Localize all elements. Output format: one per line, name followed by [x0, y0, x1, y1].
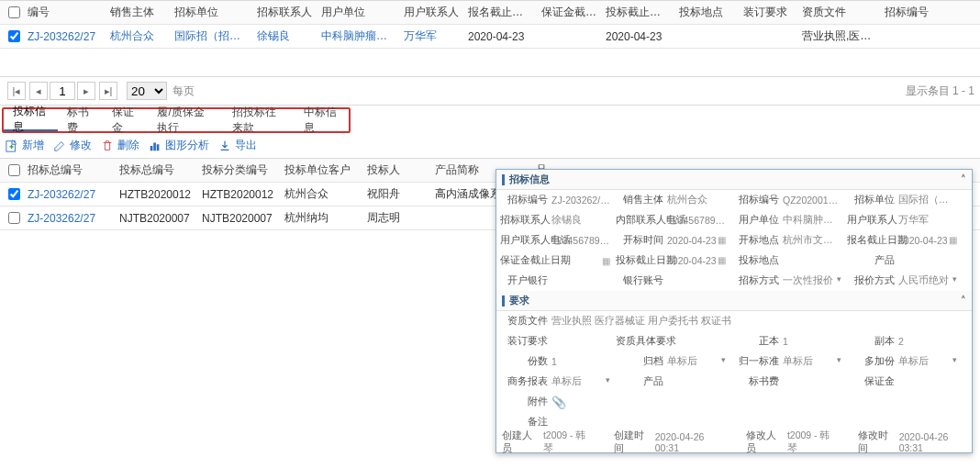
svg-rect-2: [153, 142, 156, 150]
plus-icon: [6, 139, 18, 152]
col-h: 投标人: [363, 162, 431, 178]
lbl: 标书费: [731, 375, 783, 388]
section-bar-icon: [502, 174, 505, 185]
col-h: 报名截止…: [464, 5, 538, 20]
row-checkbox[interactable]: [8, 188, 20, 200]
val-select[interactable]: 单标后▾: [898, 355, 963, 368]
col-h: 保证金截…: [538, 5, 602, 20]
calendar-icon: ▦: [602, 256, 610, 266]
cell: 万华军: [400, 28, 464, 44]
val-date[interactable]: 2020-04-23▦: [898, 235, 963, 246]
master-grid: 编号 销售主体 招标单位 招标联系人 用户单位 用户联系人 报名截止… 保证金截…: [0, 0, 980, 49]
master-row[interactable]: ZJ-203262/27 杭州合众 国际招（招）标 徐锡良 中科脑肿瘤与… 万华…: [0, 25, 980, 49]
val: 徐锡良: [551, 214, 616, 227]
delete-button[interactable]: 删除: [101, 138, 139, 153]
lbl: 多加份: [847, 355, 898, 368]
val[interactable]: 国际招（招）标: [898, 194, 963, 206]
cell-id[interactable]: ZJ-203262/27: [24, 212, 116, 225]
lbl: 归一标准: [731, 355, 783, 368]
pager-last[interactable]: ▸|: [99, 82, 117, 100]
select-all-checkbox[interactable]: [8, 6, 20, 18]
lbl-remark: 备注: [500, 416, 551, 429]
lbl: 份数: [500, 355, 551, 368]
lbl: 归档: [616, 355, 667, 368]
val[interactable]: 1: [551, 356, 616, 367]
tab-payments[interactable]: 招投标往来款: [223, 109, 295, 131]
tab-bid-info[interactable]: 投标信息: [4, 109, 58, 131]
row-checkbox[interactable]: [8, 30, 20, 42]
lbl: 内部联系人电话: [616, 214, 667, 227]
val-date[interactable]: 2020-04-23▦: [667, 255, 731, 266]
lbl: 招标单位: [847, 194, 898, 206]
add-button[interactable]: 新增: [6, 138, 44, 153]
tab-doc-fee[interactable]: 标书费: [58, 109, 103, 131]
val: 杭州市文三路90号东部软: [783, 234, 847, 247]
lbl: 副本: [847, 335, 898, 348]
cell: 2020-04-23: [602, 30, 675, 43]
col-h: 投标地点: [675, 5, 740, 20]
val-select[interactable]: 单标后▾: [783, 355, 847, 368]
section-requirements: 要求 ˄: [496, 291, 972, 311]
lbl: 报名截止日期: [847, 234, 898, 247]
lbl: 开户银行: [500, 274, 551, 287]
cell: 徐锡良: [253, 28, 317, 44]
val-select[interactable]: 人民币绝对▾: [898, 274, 963, 287]
paperclip-icon[interactable]: 📎: [551, 396, 566, 409]
lbl: 修改时间: [858, 429, 894, 455]
col-h: 投标截止…: [602, 5, 675, 20]
val-date[interactable]: 2020-04-23▦: [667, 235, 731, 246]
cell: NJTB2020007: [198, 212, 281, 225]
col-h: 销售主体: [106, 5, 171, 20]
bid-detail-form: 招标信息 ˄ 招标编号ZJ-203262/27 销售主体杭州合众 招标编号QZ2…: [496, 169, 973, 453]
lbl: 招标联系人: [500, 214, 551, 227]
lbl: 销售主体: [616, 194, 667, 206]
edit-button[interactable]: 修改: [53, 138, 92, 153]
val-select[interactable]: 单标后▾: [551, 375, 616, 388]
pager-first[interactable]: |◂: [7, 82, 26, 100]
detail-select-all[interactable]: [8, 164, 20, 176]
val-select[interactable]: 单标后▾: [667, 355, 731, 368]
pager-prev[interactable]: ◂: [29, 82, 48, 100]
lbl: 招标编号: [731, 194, 783, 206]
chart-icon: [149, 139, 161, 152]
tab-award[interactable]: 中标信息: [295, 109, 349, 131]
pager-size-select[interactable]: 20: [127, 82, 167, 100]
val[interactable]: 1: [783, 336, 847, 347]
pager-next[interactable]: ▸: [77, 82, 95, 100]
cell: 国际招（招）标: [171, 28, 253, 44]
col-h: 招标编号: [881, 5, 936, 20]
val-select[interactable]: 一次性报价▾: [783, 274, 847, 287]
col-h: 装订要求: [740, 5, 798, 20]
collapse-icon[interactable]: ˄: [961, 295, 966, 306]
val-date[interactable]: ▦: [551, 256, 616, 266]
tab-deposit[interactable]: 保证金: [103, 109, 148, 131]
detail-toolbar: 新增 修改 删除 图形分析 导出: [0, 133, 980, 159]
chevron-down-icon: ▾: [721, 355, 726, 364]
collapse-icon[interactable]: ˄: [961, 173, 966, 185]
lbl: 正本: [731, 335, 783, 348]
chart-button[interactable]: 图形分析: [149, 138, 209, 153]
add-label: 新增: [22, 138, 44, 153]
cell-id[interactable]: ZJ-203262/27: [24, 188, 116, 201]
val[interactable]: 中科脑肿瘤医院研: [783, 214, 847, 227]
lbl: 保证金: [847, 375, 898, 388]
col-h: 用户单位: [317, 5, 400, 20]
cell: 2020-04-23: [464, 30, 538, 43]
cell-id[interactable]: ZJ-203262/27: [24, 30, 106, 43]
cell: 杭州合众: [281, 186, 363, 202]
row-checkbox[interactable]: [8, 212, 20, 224]
chevron-down-icon: ▾: [952, 274, 957, 284]
val[interactable]: 2: [898, 336, 963, 347]
section-title: 要求: [509, 294, 529, 307]
val: 2020-04-26 00:31: [655, 431, 722, 453]
cell: 周志明: [363, 210, 431, 226]
col-h: 用户联系人: [400, 5, 464, 20]
pager-page-input[interactable]: [50, 82, 75, 100]
master-header-row: 编号 销售主体 招标单位 招标联系人 用户单位 用户联系人 报名截止… 保证金截…: [0, 1, 980, 25]
tab-warranty[interactable]: 履/质保金执行: [148, 109, 222, 131]
export-label: 导出: [235, 138, 257, 153]
pager-info: 显示条目 1 - 1: [906, 84, 974, 99]
col-h: 投标单位客户: [281, 162, 363, 178]
section-title: 招标信息: [509, 173, 550, 186]
export-button[interactable]: 导出: [218, 138, 257, 153]
